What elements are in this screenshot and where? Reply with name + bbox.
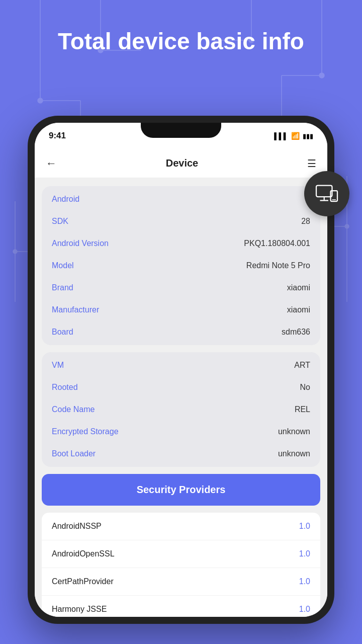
info-row: Android 9 <box>42 188 320 210</box>
info-label: Boot Loader <box>52 449 96 458</box>
info-label: Manufacturer <box>52 305 99 314</box>
svg-point-2 <box>38 98 43 103</box>
info-value: unknown <box>278 449 310 458</box>
info-label: Board <box>52 328 73 337</box>
security-providers-title: Security Providers <box>137 484 226 495</box>
back-button[interactable]: ← <box>46 157 57 170</box>
signal-icon: ▌▌▌ <box>274 132 288 140</box>
info-value: PKQ1.180804.001 <box>244 239 310 248</box>
provider-row: AndroidOpenSSL 1.0 <box>42 540 320 568</box>
info-label: VM <box>52 361 64 370</box>
status-bar: 9:41 ▌▌▌ 📶 ▮▮▮ <box>35 123 327 149</box>
provider-version: 1.0 <box>299 605 310 614</box>
info-value: xiaomi <box>287 283 310 292</box>
provider-name: AndroidOpenSSL <box>52 549 115 558</box>
info-value: 28 <box>301 217 310 226</box>
device-info-card-1: Android 9 SDK 28 Android Version PKQ1.18… <box>42 186 320 345</box>
provider-version: 1.0 <box>299 522 310 531</box>
provider-version: 1.0 <box>299 549 310 558</box>
svg-point-21 <box>345 224 349 228</box>
info-value: sdm636 <box>282 328 310 337</box>
svg-rect-22 <box>316 186 332 197</box>
security-providers-button[interactable]: Security Providers <box>42 474 320 506</box>
info-label: Model <box>52 261 74 270</box>
info-label: SDK <box>52 217 68 226</box>
info-row: Android Version PKQ1.180804.001 <box>42 232 320 255</box>
phone-screen: 9:41 ▌▌▌ 📶 ▮▮▮ ← Device ☰ Android 9 SDK … <box>35 123 327 617</box>
provider-row: AndroidNSSP 1.0 <box>42 513 320 540</box>
app-bar: ← Device ☰ <box>35 149 327 178</box>
scroll-content: Android 9 SDK 28 Android Version PKQ1.18… <box>35 178 327 617</box>
provider-name: Harmony JSSE <box>52 605 107 614</box>
floating-device-button[interactable] <box>304 171 349 216</box>
info-row: Brand xiaomi <box>42 277 320 299</box>
info-label: Android Version <box>52 239 109 248</box>
info-value: Redmi Note 5 Pro <box>246 261 310 270</box>
info-value: No <box>300 383 310 392</box>
wifi-icon: 📶 <box>291 132 300 140</box>
info-row: Rooted No <box>42 376 320 398</box>
menu-button[interactable]: ☰ <box>307 157 316 170</box>
info-row: Boot Loader unknown <box>42 443 320 465</box>
info-row: Encrypted Storage unknown <box>42 421 320 443</box>
info-label: Android <box>52 195 79 204</box>
provider-row: CertPathProvider 1.0 <box>42 568 320 596</box>
provider-row: Harmony JSSE 1.0 <box>42 596 320 617</box>
info-label: Brand <box>52 283 73 292</box>
info-row: Model Redmi Note 5 Pro <box>42 255 320 277</box>
info-value: unknown <box>278 427 310 436</box>
info-value: ART <box>294 361 310 370</box>
status-time: 9:41 <box>49 131 66 141</box>
provider-name: CertPathProvider <box>52 577 114 586</box>
info-label: Code Name <box>52 405 95 414</box>
svg-point-18 <box>13 250 17 254</box>
provider-name: AndroidNSSP <box>52 522 102 531</box>
device-info-card-2: VM ART Rooted No Code Name REL Encrypted… <box>42 352 320 467</box>
app-title: Device <box>166 157 199 169</box>
info-row: Board sdm636 <box>42 321 320 343</box>
provider-version: 1.0 <box>299 577 310 586</box>
info-value: REL <box>295 405 310 414</box>
provider-list: AndroidNSSP 1.0 AndroidOpenSSL 1.0 CertP… <box>42 513 320 617</box>
phone-frame: 9:41 ▌▌▌ 📶 ▮▮▮ ← Device ☰ Android 9 SDK … <box>28 116 334 624</box>
status-icons: ▌▌▌ 📶 ▮▮▮ <box>274 132 313 140</box>
battery-icon: ▮▮▮ <box>303 132 313 140</box>
hero-title: Total device basic info <box>0 28 362 55</box>
notch <box>141 123 221 138</box>
info-row: SDK 28 <box>42 210 320 232</box>
info-row: Manufacturer xiaomi <box>42 299 320 321</box>
info-label: Rooted <box>52 383 78 392</box>
info-value: xiaomi <box>287 305 310 314</box>
info-label: Encrypted Storage <box>52 427 119 436</box>
info-row: Code Name REL <box>42 398 320 421</box>
svg-point-7 <box>319 73 324 78</box>
info-row: VM ART <box>42 354 320 376</box>
